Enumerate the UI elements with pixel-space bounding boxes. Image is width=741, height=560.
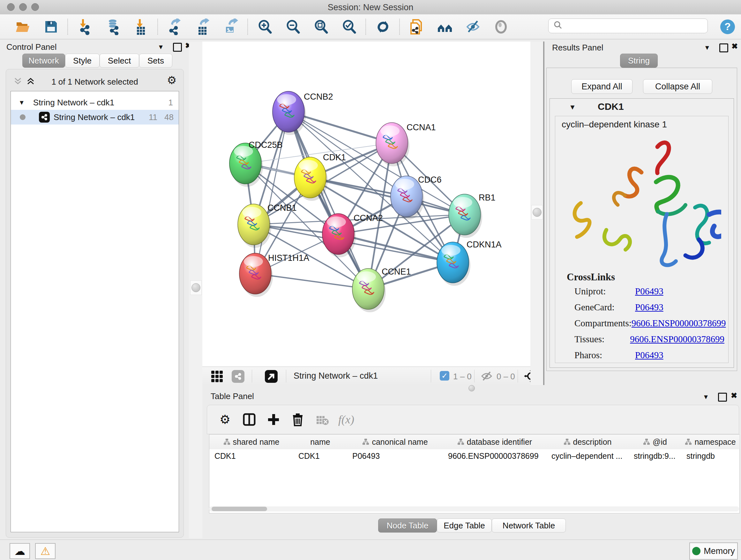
- doc-share-icon[interactable]: [407, 18, 427, 36]
- network-node-CDC6[interactable]: CDC6: [391, 175, 442, 220]
- tab-network-table[interactable]: Network Table: [492, 518, 566, 533]
- export-network-icon[interactable]: [165, 18, 185, 36]
- function-icon: f(x): [337, 412, 355, 428]
- tab-node-table[interactable]: Node Table: [378, 518, 437, 533]
- cdk1-detail-box: cyclin–dependent kinase 1 CrossLinks Uni…: [555, 116, 729, 363]
- results-panel-maximize-icon[interactable]: [719, 44, 728, 52]
- table-hscrollbar-thumb[interactable]: [212, 507, 267, 511]
- crosslink-value-link[interactable]: 9606.ENSP00000378699: [631, 318, 726, 328]
- crosslink-value-link[interactable]: 9606.ENSP00000378699: [630, 334, 724, 345]
- table-cell[interactable]: 9606.ENSP00000378699: [443, 449, 546, 462]
- results-panel-float-icon[interactable]: ▼: [704, 44, 711, 52]
- crosslink-value-link[interactable]: P06493: [635, 286, 664, 297]
- add-icon[interactable]: [265, 412, 282, 428]
- table-cell[interactable]: cyclin–dependent ...: [546, 449, 629, 462]
- trash-icon[interactable]: [289, 412, 307, 428]
- zoom-out-icon[interactable]: [283, 18, 303, 36]
- tab-select[interactable]: Select: [99, 54, 139, 68]
- collapse-all-button[interactable]: Collapse All: [643, 79, 712, 94]
- crosslink-label: Uniprot:: [575, 286, 635, 297]
- open-session-icon[interactable]: [13, 18, 33, 36]
- network-selection-status: 1 of 1 Network selected: [6, 77, 184, 87]
- right-splitter-handle[interactable]: [531, 205, 543, 220]
- left-splitter[interactable]: [189, 42, 202, 538]
- network-share-view-icon[interactable]: [232, 370, 245, 384]
- network-node-RB1[interactable]: RB1: [449, 193, 495, 238]
- table-cell[interactable]: stringdb:9...: [629, 449, 681, 462]
- cdk1-collapse-icon[interactable]: ▼: [569, 103, 576, 111]
- column-header-shared-name[interactable]: shared name: [209, 435, 293, 449]
- table-panel-maximize-icon[interactable]: [718, 393, 727, 401]
- warning-button[interactable]: ⚠: [35, 543, 56, 559]
- network-options-gear-icon[interactable]: ⚙: [167, 74, 177, 86]
- tree-row-label: String Network – cdk1: [33, 98, 114, 108]
- zoom-selected-icon[interactable]: [339, 18, 359, 36]
- table-panel-float-icon[interactable]: ▼: [703, 393, 709, 401]
- application-window: Session: New Session ? Control Panel ▼ ✖…: [0, 0, 741, 560]
- export-table-icon[interactable]: [193, 18, 213, 36]
- network-node-CCNB2[interactable]: CCNB2: [273, 91, 333, 135]
- search-input[interactable]: [548, 18, 708, 33]
- tab-string[interactable]: String: [620, 54, 658, 68]
- table-panel-close-icon[interactable]: ✖: [731, 391, 737, 400]
- help-icon[interactable]: ?: [718, 18, 738, 36]
- tab-sets[interactable]: Sets: [139, 54, 172, 68]
- right-splitter[interactable]: [530, 42, 543, 386]
- network-canvas[interactable]: CCNB2 CCNA1 CDC25B CDK1 CDC6: [202, 42, 530, 367]
- left-splitter-handle[interactable]: [190, 280, 202, 295]
- column-header--id[interactable]: @id: [629, 435, 682, 449]
- control-panel-float-icon[interactable]: ▼: [158, 43, 164, 51]
- tab-style[interactable]: Style: [65, 54, 99, 68]
- network-node-HIST1H1A[interactable]: HIST1H1A: [239, 253, 309, 297]
- network-tree-row[interactable]: ▼ String Network – cdk1 1: [11, 95, 179, 110]
- zoom-fit-icon[interactable]: [311, 18, 331, 36]
- network-tree: ▼ String Network – cdk1 1 String Network…: [10, 91, 179, 532]
- columns-icon[interactable]: [240, 412, 258, 428]
- eye-icon[interactable]: [491, 18, 511, 36]
- column-header-database-identifier[interactable]: database identifier: [443, 435, 547, 449]
- column-header-name[interactable]: name: [293, 435, 347, 449]
- table-cell[interactable]: stringdb: [681, 449, 739, 462]
- table-cell[interactable]: CDK1: [209, 449, 293, 462]
- node-table[interactable]: shared namenamecanonical namedatabase id…: [209, 434, 740, 513]
- hide-icon[interactable]: [463, 18, 483, 36]
- tab-network[interactable]: Network: [22, 54, 65, 68]
- crosslink-value-link[interactable]: P06493: [635, 350, 664, 361]
- table-cell[interactable]: CDK1: [293, 449, 347, 462]
- expand-all-button[interactable]: Expand All: [571, 79, 632, 94]
- network-node-CCNB1[interactable]: CCNB1: [238, 203, 297, 248]
- memory-button[interactable]: Memory: [689, 543, 738, 560]
- selected-checkbox[interactable]: ✓: [440, 371, 449, 381]
- column-header-namespace[interactable]: namespace: [681, 435, 740, 449]
- network-node-CDKN1A[interactable]: CDKN1A: [437, 240, 502, 286]
- cloud-button[interactable]: ☁: [10, 543, 30, 559]
- tab-edge-table[interactable]: Edge Table: [437, 518, 492, 533]
- column-header-canonical-name[interactable]: canonical name: [347, 435, 443, 449]
- status-bar: ☁ ⚠ Memory: [0, 540, 741, 560]
- network-node-CCNA1[interactable]: CCNA1: [376, 123, 436, 166]
- table-cell[interactable]: P06493: [347, 449, 443, 462]
- network-node-CCNE1[interactable]: CCNE1: [352, 267, 411, 312]
- houses-icon[interactable]: [434, 18, 455, 36]
- refresh-icon[interactable]: [373, 18, 393, 36]
- import-network-database-icon[interactable]: [103, 18, 123, 36]
- network-manager-box: 1 of 1 Network selected ⚙ ▼ String Netwo…: [6, 69, 184, 538]
- network-grid-view-icon[interactable]: [211, 370, 223, 384]
- crosslink-value-link[interactable]: P06493: [635, 302, 664, 313]
- table-hscrollbar[interactable]: [209, 506, 739, 511]
- detach-view-icon[interactable]: [265, 370, 278, 384]
- column-header-description[interactable]: description: [546, 435, 629, 449]
- node-label: CDC6: [418, 175, 442, 185]
- horizontal-splitter[interactable]: [202, 385, 741, 390]
- tree-expand-icon[interactable]: ▼: [18, 99, 25, 106]
- results-panel-close-icon[interactable]: ✖: [731, 42, 738, 51]
- gear-icon[interactable]: ⚙: [216, 412, 234, 428]
- save-session-icon[interactable]: [41, 18, 61, 36]
- control-panel-maximize-icon[interactable]: [173, 43, 182, 52]
- current-network-dot: [20, 114, 25, 120]
- zoom-in-icon[interactable]: [255, 18, 275, 36]
- network-tree-row[interactable]: String Network – cdk1 11 48: [11, 110, 179, 125]
- import-network-icon[interactable]: [75, 18, 95, 36]
- import-table-icon[interactable]: [131, 18, 151, 36]
- export-image-icon[interactable]: [221, 18, 241, 36]
